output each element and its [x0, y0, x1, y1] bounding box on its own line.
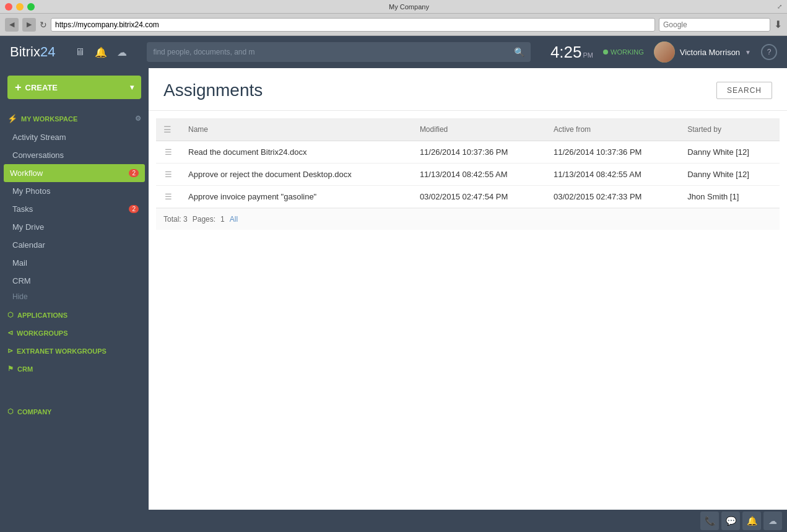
- sidebar-item-conversations[interactable]: Conversations: [0, 146, 149, 164]
- mac-close-button[interactable]: [5, 3, 12, 11]
- row-2-name[interactable]: Approve or reject the document Desktop.d…: [181, 164, 412, 186]
- notification-status-button[interactable]: 🔔: [742, 512, 761, 530]
- help-button[interactable]: ?: [761, 44, 777, 60]
- header-row: ☰ Name Modified Active from Started by: [156, 118, 780, 141]
- crm-section[interactable]: ⚑ CRM: [0, 360, 149, 378]
- company-section[interactable]: ⬡ COMPANY: [0, 403, 149, 421]
- sidebar-item-workflow[interactable]: Workflow 2: [4, 164, 145, 182]
- workspace-gear-icon[interactable]: ⚙: [135, 115, 141, 123]
- table-header: ☰ Name Modified Active from Started by: [156, 118, 780, 141]
- avatar: [654, 41, 675, 63]
- browser-search-input[interactable]: [659, 18, 770, 32]
- sidebar-item-calendar[interactable]: Calendar: [0, 236, 149, 254]
- phone-status-button[interactable]: 📞: [700, 512, 719, 530]
- monitor-icon[interactable]: 🖥: [75, 46, 85, 58]
- row-1-active-from: 11/26/2014 10:37:36 PM: [546, 141, 680, 164]
- bell-topnav-icon[interactable]: 🔔: [95, 46, 107, 58]
- row-3-started-by: Jhon Smith [1]: [680, 186, 780, 208]
- sidebar-item-crm-workspace[interactable]: CRM: [0, 272, 149, 290]
- brand-bitrix-text: Bitrix: [10, 44, 40, 60]
- row-1-started-by: Danny White [12]: [680, 141, 780, 164]
- pagination-all-link[interactable]: All: [230, 215, 238, 224]
- row-menu-icon-2: ☰: [165, 170, 172, 179]
- row-1-modified: 11/26/2014 10:37:36 PM: [412, 141, 546, 164]
- conversations-label: Conversations: [12, 150, 139, 160]
- sidebar-item-tasks[interactable]: Tasks 2: [0, 200, 149, 218]
- row-3-modified: 03/02/2015 02:47:54 PM: [412, 186, 546, 208]
- page-title: Assignments: [163, 81, 263, 100]
- search-placeholder-text: find people, documents, and m: [153, 48, 509, 56]
- extranet-section[interactable]: ⊳ EXTRANET WORKGROUPS: [0, 342, 149, 360]
- row-2-icon: ☰: [156, 164, 181, 186]
- workflow-label: Workflow: [10, 168, 124, 178]
- page-header: Assignments SEARCH: [149, 68, 787, 111]
- row-1-name[interactable]: Read the document Bitrix24.docx: [181, 141, 412, 164]
- table-row: ☰ Read the document Bitrix24.docx 11/26/…: [156, 141, 780, 164]
- workgroups-section[interactable]: ⊲ WORKGROUPS: [0, 324, 149, 342]
- mail-label: Mail: [12, 258, 139, 268]
- cloud-status-button[interactable]: ☁: [763, 512, 782, 530]
- my-workspace-label: MY WORKSPACE: [21, 115, 77, 123]
- total-text: Total: 3: [163, 215, 188, 224]
- back-button[interactable]: ◀: [5, 18, 19, 32]
- sidebar-hide-button[interactable]: Hide: [0, 290, 149, 306]
- extranet-label: EXTRANET WORKGROUPS: [17, 347, 107, 355]
- brand-logo: Bitrix 24: [10, 44, 55, 60]
- topnav-icons: 🖥 🔔 ☁: [75, 46, 127, 58]
- my-workspace-header[interactable]: ⚡ MY WORKSPACE ⚙: [0, 109, 149, 128]
- my-drive-label: My Drive: [12, 222, 139, 232]
- refresh-button[interactable]: ↻: [40, 20, 47, 30]
- sidebar-item-my-drive[interactable]: My Drive: [0, 218, 149, 236]
- user-menu[interactable]: Victoria Morrison ▼: [654, 41, 751, 63]
- crm-workspace-label: CRM: [12, 276, 139, 286]
- apps-icon: ⬡: [7, 311, 14, 319]
- crm-icon: ⚑: [7, 365, 14, 373]
- crm-label: CRM: [17, 365, 33, 373]
- row-menu-icon-3: ☰: [165, 192, 172, 201]
- create-button[interactable]: + CREATE ▾: [7, 76, 141, 99]
- row-2-modified: 11/13/2014 08:42:55 AM: [412, 164, 546, 186]
- col-icon-header: ☰: [156, 118, 181, 141]
- row-2-started-by: Danny White [12]: [680, 164, 780, 186]
- pagination: Total: 3 Pages: 1 All: [156, 208, 780, 230]
- company-label: COMPANY: [17, 408, 51, 416]
- table-row: ☰ Approve or reject the document Desktop…: [156, 164, 780, 186]
- download-button[interactable]: ⬇: [774, 19, 782, 30]
- working-status-button[interactable]: WORKING: [603, 48, 644, 56]
- mac-maximize-button[interactable]: [27, 3, 35, 11]
- activity-stream-label: Activity Stream: [12, 133, 139, 142]
- sidebar-item-activity-stream[interactable]: Activity Stream: [0, 128, 149, 146]
- cloud-topnav-icon[interactable]: ☁: [117, 46, 127, 58]
- row-menu-icon-1: ☰: [165, 147, 172, 157]
- sidebar: + CREATE ▾ ⚡ MY WORKSPACE ⚙ Activity Str…: [0, 68, 149, 510]
- col-name-header: Name: [181, 118, 412, 141]
- create-plus-icon: +: [15, 81, 22, 94]
- user-name-text: Victoria Morrison: [680, 48, 740, 57]
- main-layout: + CREATE ▾ ⚡ MY WORKSPACE ⚙ Activity Str…: [0, 68, 787, 510]
- mac-minimize-button[interactable]: [16, 3, 24, 11]
- table-row: ☰ Approve invoice payment "gasoline" 03/…: [156, 186, 780, 208]
- global-search[interactable]: find people, documents, and m 🔍: [147, 42, 531, 62]
- app-container: Bitrix 24 🖥 🔔 ☁ find people, documents, …: [0, 36, 787, 532]
- search-button[interactable]: SEARCH: [716, 82, 772, 99]
- calendar-label: Calendar: [12, 240, 139, 250]
- time-display: 4:25 PM: [550, 43, 593, 62]
- create-button-label: CREATE: [25, 83, 58, 92]
- sidebar-item-my-photos[interactable]: My Photos: [0, 182, 149, 200]
- row-3-name[interactable]: Approve invoice payment "gasoline": [181, 186, 412, 208]
- working-label: WORKING: [611, 48, 644, 56]
- sidebar-item-mail[interactable]: Mail: [0, 254, 149, 272]
- pages-label: Pages:: [193, 215, 215, 224]
- row-3-active-from: 03/02/2015 02:47:33 PM: [546, 186, 680, 208]
- brand-24-text: 24: [40, 44, 55, 60]
- chat-status-button[interactable]: 💬: [721, 512, 740, 530]
- tasks-badge: 2: [129, 205, 139, 213]
- url-bar[interactable]: [51, 18, 655, 32]
- menu-icon: ☰: [163, 124, 172, 134]
- forward-button[interactable]: ▶: [22, 18, 36, 32]
- my-photos-label: My Photos: [12, 186, 139, 196]
- mac-window-buttons: [5, 3, 35, 11]
- applications-section[interactable]: ⬡ APPLICATIONS: [0, 306, 149, 324]
- main-content: Assignments SEARCH ☰ Name Modified Activ…: [149, 68, 787, 510]
- time-text: 4:25: [550, 43, 582, 62]
